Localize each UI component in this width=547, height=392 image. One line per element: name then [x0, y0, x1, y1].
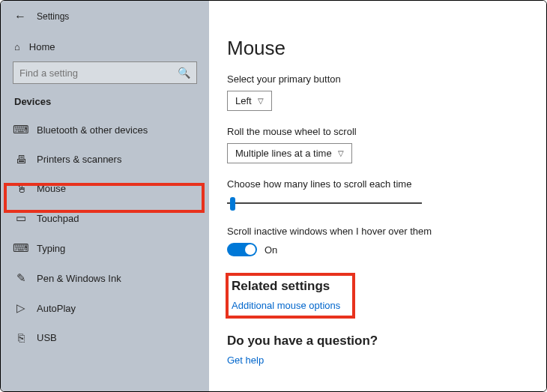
slider-track	[227, 202, 422, 204]
scroll-mode-label: Roll the mouse wheel to scroll	[227, 126, 528, 137]
related-settings-heading: Related settings	[232, 279, 340, 294]
inactive-scroll-toggle[interactable]	[227, 243, 257, 256]
sidebar-item-label: Typing	[37, 243, 65, 254]
chevron-down-icon: ▽	[338, 149, 344, 157]
sidebar-item-mouse[interactable]: 🖱 Mouse	[1, 174, 209, 203]
sidebar-item-label: Printers & scanners	[37, 154, 121, 165]
home-icon: ⌂	[14, 41, 20, 52]
keyboard-icon: ⌨	[14, 241, 28, 255]
sidebar-item-home[interactable]: ⌂ Home	[1, 34, 209, 61]
autoplay-icon: ▷	[14, 301, 28, 315]
search-input[interactable]: 🔍	[13, 61, 197, 84]
main-content: Mouse Select your primary button Left ▽ …	[209, 1, 546, 392]
page-title: Mouse	[227, 37, 528, 60]
scroll-lines-slider[interactable]	[227, 196, 422, 211]
usb-icon: ⎘	[14, 331, 28, 344]
sidebar-item-label: Bluetooth & other devices	[37, 124, 148, 136]
slider-thumb[interactable]	[230, 197, 235, 211]
search-icon: 🔍	[178, 67, 190, 79]
scroll-mode-select[interactable]: Multiple lines at a time ▽	[227, 143, 352, 163]
section-header-devices: Devices	[1, 96, 209, 115]
question-heading: Do you have a question?	[227, 334, 528, 349]
scroll-mode-value: Multiple lines at a time	[235, 148, 332, 159]
sidebar-item-label: Pen & Windows Ink	[37, 273, 121, 284]
sidebar-item-label: AutoPlay	[37, 303, 76, 314]
get-help-link[interactable]: Get help	[227, 355, 528, 366]
sidebar-item-typing[interactable]: ⌨ Typing	[1, 233, 209, 263]
sidebar-item-printers[interactable]: 🖶 Printers & scanners	[1, 145, 209, 174]
inactive-scroll-state: On	[265, 244, 277, 256]
sidebar: ← Settings ⌂ Home 🔍 Devices ⌨ Bluetooth …	[1, 1, 209, 392]
sidebar-item-label: USB	[37, 332, 57, 343]
back-button[interactable]: ←	[14, 10, 26, 23]
devices-icon: ⌨	[14, 123, 28, 136]
additional-mouse-options-link[interactable]: Additional mouse options	[232, 300, 340, 311]
scroll-lines-label: Choose how many lines to scroll each tim…	[227, 178, 528, 190]
inactive-scroll-label: Scroll inactive windows when I hover ove…	[227, 226, 528, 237]
sidebar-item-label: Mouse	[37, 183, 66, 194]
sidebar-item-label: Touchpad	[37, 213, 79, 224]
sidebar-item-bluetooth[interactable]: ⌨ Bluetooth & other devices	[1, 115, 209, 145]
search-field[interactable]	[19, 67, 178, 79]
primary-button-label: Select your primary button	[227, 73, 528, 85]
app-title: Settings	[37, 11, 69, 22]
primary-button-value: Left	[235, 95, 252, 106]
touchpad-icon: ▭	[14, 211, 28, 225]
pen-icon: ✎	[14, 271, 28, 285]
mouse-icon: 🖱	[14, 182, 28, 195]
printer-icon: 🖶	[14, 153, 28, 166]
primary-button-select[interactable]: Left ▽	[227, 91, 272, 111]
sidebar-item-autoplay[interactable]: ▷ AutoPlay	[1, 293, 209, 323]
sidebar-item-touchpad[interactable]: ▭ Touchpad	[1, 203, 209, 233]
home-label: Home	[29, 41, 55, 52]
sidebar-item-pen[interactable]: ✎ Pen & Windows Ink	[1, 263, 209, 293]
chevron-down-icon: ▽	[258, 97, 264, 105]
sidebar-item-usb[interactable]: ⎘ USB	[1, 323, 209, 352]
